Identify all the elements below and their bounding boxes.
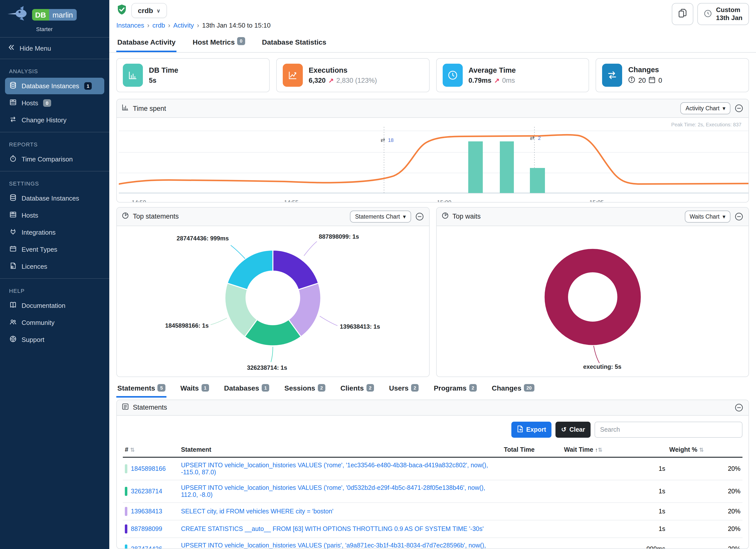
breadcrumb-activity[interactable]: Activity bbox=[173, 22, 194, 29]
tab-badge: 2 bbox=[411, 384, 419, 392]
waits-donut-chart[interactable]: executing: 5s bbox=[436, 226, 748, 375]
kpi-average-time: Average Time 0.79ms ↗ 0ms bbox=[436, 58, 589, 92]
server-icon bbox=[10, 99, 17, 107]
copy-link-button[interactable] bbox=[672, 3, 694, 25]
tab-badge: 1 bbox=[201, 384, 209, 392]
book-icon bbox=[10, 301, 17, 310]
peak-note: Peak Time: 2s, Executions: 837 bbox=[671, 122, 741, 127]
sort-icon[interactable]: ⇅ bbox=[699, 447, 704, 453]
statement-id-link[interactable]: 287474436 bbox=[131, 545, 162, 549]
tab-changes[interactable]: Changes 20 bbox=[491, 383, 535, 398]
statement-sql-link[interactable]: CREATE STATISTICS __auto__ FROM [63] WIT… bbox=[181, 525, 484, 532]
tab-label: Database Activity bbox=[117, 38, 175, 46]
kpi-value: 6,320 bbox=[309, 77, 326, 84]
sidebar-item-support[interactable]: Support bbox=[5, 331, 104, 348]
panel-title: Top waits bbox=[452, 213, 481, 220]
x-tick: 15:05 bbox=[589, 199, 604, 203]
column-header-wait-time[interactable]: Wait Time ↑⇅ bbox=[562, 443, 667, 457]
weight-value: 20% bbox=[667, 520, 742, 538]
donut-label: 887898099: 1s bbox=[319, 233, 359, 240]
statement-id-link[interactable]: 326238714 bbox=[131, 488, 162, 495]
time-spent-chart[interactable]: Peak Time: 2s, Executions: 837 bbox=[117, 118, 748, 203]
donut-slice[interactable] bbox=[273, 250, 319, 290]
tab-clients[interactable]: Clients 2 bbox=[339, 383, 375, 398]
sidebar-item-change-history[interactable]: Change History bbox=[5, 112, 104, 128]
instance-selector[interactable]: crdb ∨ bbox=[131, 3, 167, 18]
column-header-id[interactable]: # ⇅ bbox=[123, 443, 179, 457]
clear-button[interactable]: ↺ Clear bbox=[555, 422, 591, 438]
x-tick: 15:00 bbox=[437, 199, 451, 203]
sidebar-item-documentation[interactable]: Documentation bbox=[5, 297, 104, 314]
breadcrumb-crdb[interactable]: crdb bbox=[152, 22, 165, 29]
kpi-delta: 2,830 (123%) bbox=[336, 77, 377, 84]
statement-sql-link[interactable]: UPSERT INTO vehicle_location_histories V… bbox=[181, 462, 488, 476]
column-header-total-time[interactable]: Total Time bbox=[502, 443, 562, 457]
statement-sql-link[interactable]: UPSERT INTO vehicle_location_histories V… bbox=[181, 542, 486, 549]
tab-database-statistics[interactable]: Database Statistics bbox=[261, 34, 327, 52]
sidebar-item-label: Support bbox=[22, 336, 44, 343]
statement-id-link[interactable]: 887898099 bbox=[131, 525, 162, 532]
sidebar-item-settings-database-instances[interactable]: Database Instances bbox=[5, 190, 104, 207]
wait-time-value: 999ms bbox=[562, 538, 667, 549]
marlin-fish-icon bbox=[7, 5, 29, 24]
sidebar-item-time-comparison[interactable]: Time Comparison bbox=[5, 151, 104, 167]
collapse-panel-icon[interactable] bbox=[734, 403, 743, 412]
collapse-panel-icon[interactable] bbox=[415, 212, 424, 221]
statements-donut-chart[interactable]: 287474436: 999ms 887898099: 1s 184589816… bbox=[117, 226, 429, 375]
caret-down-icon: ▾ bbox=[722, 213, 725, 220]
sidebar-item-community[interactable]: Community bbox=[5, 314, 104, 331]
kpi-title: DB Time bbox=[149, 66, 178, 74]
database-icon bbox=[10, 82, 17, 90]
breadcrumb-instances[interactable]: Instances bbox=[116, 22, 144, 29]
tab-sessions[interactable]: Sessions 2 bbox=[283, 383, 326, 398]
sidebar-item-integrations[interactable]: Integrations bbox=[5, 224, 104, 241]
collapse-panel-icon[interactable] bbox=[734, 212, 743, 221]
statements-table-panel: Statements Export ↺ Clear # ⇅ bbox=[116, 400, 749, 549]
change-annotation[interactable]: ⇄ 18 bbox=[381, 137, 394, 143]
sidebar-item-database-instances[interactable]: Database Instances 1 bbox=[5, 78, 104, 94]
tab-users[interactable]: Users 2 bbox=[388, 383, 420, 398]
donut-slice[interactable] bbox=[227, 250, 273, 290]
donut-slice[interactable] bbox=[556, 260, 629, 333]
statements-chart-dropdown[interactable]: Statements Chart ▾ bbox=[350, 211, 411, 223]
statement-sql-link[interactable]: UPSERT INTO vehicle_location_histories V… bbox=[181, 484, 485, 498]
tab-waits[interactable]: Waits 1 bbox=[179, 383, 210, 398]
tab-programs[interactable]: Programs 2 bbox=[433, 383, 478, 398]
hide-menu-button[interactable]: Hide Menu bbox=[0, 38, 109, 59]
column-header-weight[interactable]: Weight % ⇅ bbox=[667, 443, 742, 457]
weight-value: 20% bbox=[667, 457, 742, 480]
tab-statements[interactable]: Statements 5 bbox=[116, 383, 166, 398]
caret-down-icon: ▾ bbox=[722, 105, 725, 112]
sort-icon[interactable]: ⇅ bbox=[130, 447, 135, 453]
section-title: ANALYSIS bbox=[5, 64, 104, 77]
sidebar-item-label: Documentation bbox=[22, 302, 65, 309]
kpi-event-count: 0 bbox=[658, 77, 662, 84]
sidebar-item-hosts[interactable]: Hosts 0 bbox=[5, 95, 104, 111]
caret-down-icon: ▾ bbox=[403, 213, 406, 220]
collapse-panel-icon[interactable] bbox=[734, 104, 743, 113]
activity-chart-dropdown[interactable]: Activity Chart ▾ bbox=[681, 102, 730, 114]
tab-database-activity[interactable]: Database Activity bbox=[116, 34, 176, 52]
tab-label: Users bbox=[389, 384, 409, 392]
statement-id-link[interactable]: 139638413 bbox=[131, 508, 162, 515]
search-input[interactable] bbox=[595, 422, 742, 438]
breadcrumb-separator: › bbox=[147, 22, 149, 29]
panel-title: Top statements bbox=[133, 213, 179, 220]
sort-icon[interactable]: ⇅ bbox=[598, 447, 602, 453]
waits-chart-dropdown[interactable]: Waits Chart ▾ bbox=[685, 211, 730, 223]
statement-sql-link[interactable]: SELECT city, id FROM vehicles WHERE city… bbox=[181, 508, 333, 515]
time-range-button[interactable]: Custom 13th Jan bbox=[698, 3, 749, 25]
column-header-statement[interactable]: Statement bbox=[179, 443, 502, 457]
pie-chart-icon bbox=[441, 212, 448, 221]
sidebar-item-licences[interactable]: Licences bbox=[5, 258, 104, 275]
export-button[interactable]: Export bbox=[511, 422, 551, 438]
statement-id-link[interactable]: 1845898166 bbox=[131, 465, 166, 472]
sidebar-item-label: Change History bbox=[22, 116, 66, 124]
sidebar-item-settings-hosts[interactable]: Hosts bbox=[5, 207, 104, 224]
series-color-swatch bbox=[125, 487, 127, 496]
tab-label: Database Statistics bbox=[262, 38, 326, 46]
tab-databases[interactable]: Databases 1 bbox=[223, 383, 270, 398]
sidebar-item-event-types[interactable]: Event Types bbox=[5, 241, 104, 258]
tab-host-metrics[interactable]: Host Metrics 0 bbox=[192, 34, 246, 52]
sort-asc-icon[interactable]: ↑ bbox=[595, 447, 598, 453]
